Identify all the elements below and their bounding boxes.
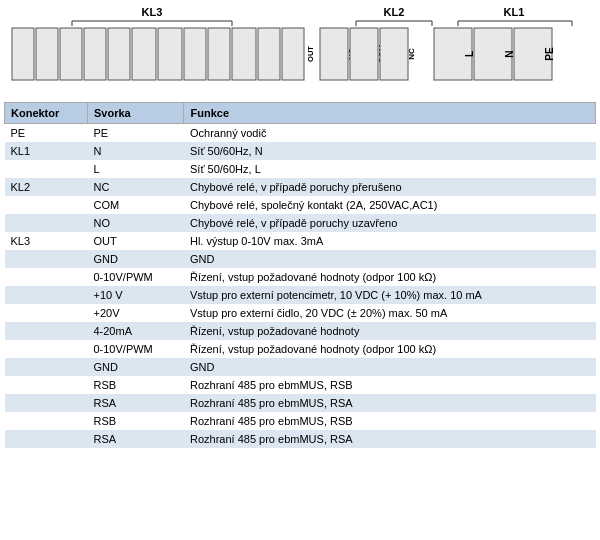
- cell-konektor: [5, 160, 88, 178]
- cell-funkce: Rozhraní 485 pro ebmMUS, RSA: [184, 430, 596, 448]
- cell-konektor: PE: [5, 124, 88, 143]
- svg-rect-15: [84, 28, 106, 80]
- cell-funkce: Chybové relé, společný kontakt (2A, 250V…: [184, 196, 596, 214]
- svg-text:OUT: OUT: [306, 46, 315, 62]
- kl2-boxes: NO COM NC: [320, 28, 416, 80]
- cell-svorka: 0-10V/PWM: [87, 268, 184, 286]
- cell-svorka: 0-10V/PWM: [87, 340, 184, 358]
- cell-svorka: L: [87, 160, 184, 178]
- kl1-label: KL1: [504, 6, 525, 18]
- table-row: 0-10V/PWMŘízení, vstup požadované hodnot…: [5, 340, 596, 358]
- cell-svorka: COM: [87, 196, 184, 214]
- table-row: NOChybové relé, v případě poruchy uzavře…: [5, 214, 596, 232]
- table-row: 0-10V/PWMŘízení, vstup požadované hodnot…: [5, 268, 596, 286]
- cell-konektor: [5, 412, 88, 430]
- cell-funkce: Chybové relé, v případě poruchy přerušen…: [184, 178, 596, 196]
- table-row: KL1NSíť 50/60Hz, N: [5, 142, 596, 160]
- cell-funkce: Rozhraní 485 pro ebmMUS, RSA: [184, 394, 596, 412]
- svg-text:N: N: [504, 50, 515, 57]
- kl3-boxes: RS A RS B RS A RS B GND 0-10V/PWM 4-20 m…: [12, 28, 315, 80]
- kl1-boxes: L N PE: [434, 28, 555, 80]
- svg-rect-17: [108, 28, 130, 80]
- cell-svorka: 4-20mA: [87, 322, 184, 340]
- table-row: LSíť 50/60Hz, L: [5, 160, 596, 178]
- cell-konektor: [5, 376, 88, 394]
- kl3-label: KL3: [142, 6, 163, 18]
- cell-konektor: [5, 358, 88, 376]
- table-row: GNDGND: [5, 250, 596, 268]
- cell-konektor: [5, 430, 88, 448]
- cell-konektor: [5, 250, 88, 268]
- table-row: COMChybové relé, společný kontakt (2A, 2…: [5, 196, 596, 214]
- col-funkce: Funkce: [184, 103, 596, 124]
- svg-rect-23: [184, 28, 206, 80]
- cell-svorka: RSB: [87, 412, 184, 430]
- connector-table: Konektor Svorka Funkce PEPEOchranný vodi…: [4, 102, 596, 448]
- diagram-svg: KL3 KL2 KL1 RS A RS B RS A R: [4, 4, 596, 92]
- cell-svorka: NC: [87, 178, 184, 196]
- kl2-label: KL2: [384, 6, 405, 18]
- cell-svorka: GND: [87, 250, 184, 268]
- cell-funkce: GND: [184, 358, 596, 376]
- cell-funkce: Chybové relé, v případě poruchy uzavřeno: [184, 214, 596, 232]
- col-svorka: Svorka: [87, 103, 184, 124]
- cell-konektor: KL3: [5, 232, 88, 250]
- cell-svorka: RSA: [87, 394, 184, 412]
- svg-rect-33: [320, 28, 348, 80]
- svg-rect-21: [158, 28, 182, 80]
- cell-funkce: Řízení, vstup požadované hodnoty (odpor …: [184, 268, 596, 286]
- cell-funkce: Síť 50/60Hz, N: [184, 142, 596, 160]
- cell-konektor: [5, 340, 88, 358]
- cell-funkce: Řízení, vstup požadované hodnoty (odpor …: [184, 340, 596, 358]
- cell-svorka: RSA: [87, 430, 184, 448]
- table-row: 4-20mAŘízení, vstup požadované hodnoty: [5, 322, 596, 340]
- cell-funkce: Hl. výstup 0-10V max. 3mA: [184, 232, 596, 250]
- svg-text:PE: PE: [544, 47, 555, 61]
- cell-konektor: [5, 268, 88, 286]
- table-header-row: Konektor Svorka Funkce: [5, 103, 596, 124]
- svg-rect-25: [208, 28, 230, 80]
- cell-svorka: OUT: [87, 232, 184, 250]
- svg-rect-19: [132, 28, 156, 80]
- cell-funkce: Vstup pro externí potencimetr, 10 VDC (+…: [184, 286, 596, 304]
- cell-funkce: Rozhraní 485 pro ebmMUS, RSB: [184, 412, 596, 430]
- cell-konektor: KL1: [5, 142, 88, 160]
- table-row: GNDGND: [5, 358, 596, 376]
- table-row: KL2NCChybové relé, v případě poruchy pře…: [5, 178, 596, 196]
- svg-rect-11: [36, 28, 58, 80]
- cell-konektor: [5, 214, 88, 232]
- table-row: +10 VVstup pro externí potencimetr, 10 V…: [5, 286, 596, 304]
- cell-svorka: PE: [87, 124, 184, 143]
- cell-svorka: +20V: [87, 304, 184, 322]
- cell-funkce: Ochranný vodič: [184, 124, 596, 143]
- svg-rect-31: [282, 28, 304, 80]
- cell-funkce: Síť 50/60Hz, L: [184, 160, 596, 178]
- table-row: RSARozhraní 485 pro ebmMUS, RSA: [5, 430, 596, 448]
- cell-svorka: +10 V: [87, 286, 184, 304]
- svg-rect-35: [350, 28, 378, 80]
- cell-funkce: Řízení, vstup požadované hodnoty: [184, 322, 596, 340]
- svg-rect-37: [380, 28, 408, 80]
- cell-konektor: [5, 286, 88, 304]
- cell-funkce: GND: [184, 250, 596, 268]
- table-row: RSBRozhraní 485 pro ebmMUS, RSB: [5, 412, 596, 430]
- svg-text:NC: NC: [407, 48, 416, 60]
- cell-konektor: [5, 304, 88, 322]
- cell-konektor: [5, 196, 88, 214]
- svg-text:L: L: [464, 51, 475, 57]
- svg-rect-13: [60, 28, 82, 80]
- table-row: RSBRozhraní 485 pro ebmMUS, RSB: [5, 376, 596, 394]
- cell-funkce: Vstup pro externí čidlo, 20 VDC (± 20%) …: [184, 304, 596, 322]
- cell-konektor: KL2: [5, 178, 88, 196]
- cell-konektor: [5, 322, 88, 340]
- svg-rect-29: [258, 28, 280, 80]
- cell-funkce: Rozhraní 485 pro ebmMUS, RSB: [184, 376, 596, 394]
- table-row: KL3OUTHl. výstup 0-10V max. 3mA: [5, 232, 596, 250]
- cell-svorka: N: [87, 142, 184, 160]
- connector-diagram: KL3 KL2 KL1 RS A RS B RS A R: [0, 0, 600, 94]
- svg-rect-27: [232, 28, 256, 80]
- table-row: RSARozhraní 485 pro ebmMUS, RSA: [5, 394, 596, 412]
- table-row: +20VVstup pro externí čidlo, 20 VDC (± 2…: [5, 304, 596, 322]
- cell-svorka: RSB: [87, 376, 184, 394]
- cell-svorka: GND: [87, 358, 184, 376]
